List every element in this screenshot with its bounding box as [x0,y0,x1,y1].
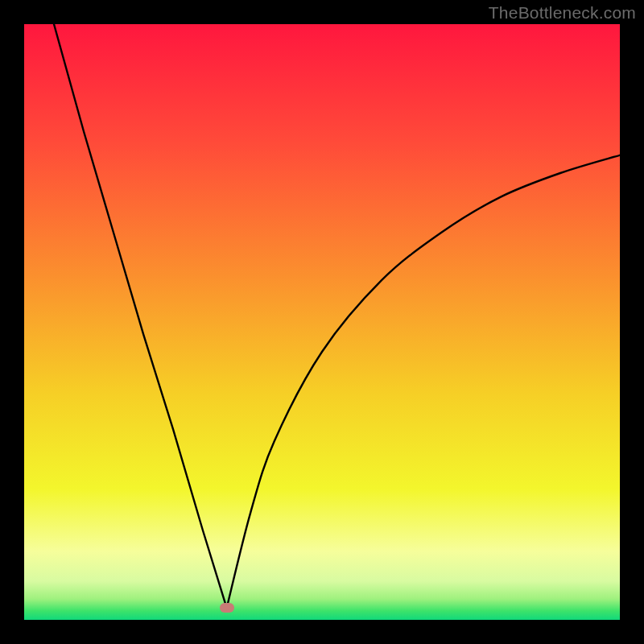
svg-rect-0 [24,24,620,620]
chart-frame [24,24,620,620]
cusp-marker [220,603,234,613]
chart-background-gradient [24,24,620,620]
watermark-text: TheBottleneck.com [489,3,636,23]
